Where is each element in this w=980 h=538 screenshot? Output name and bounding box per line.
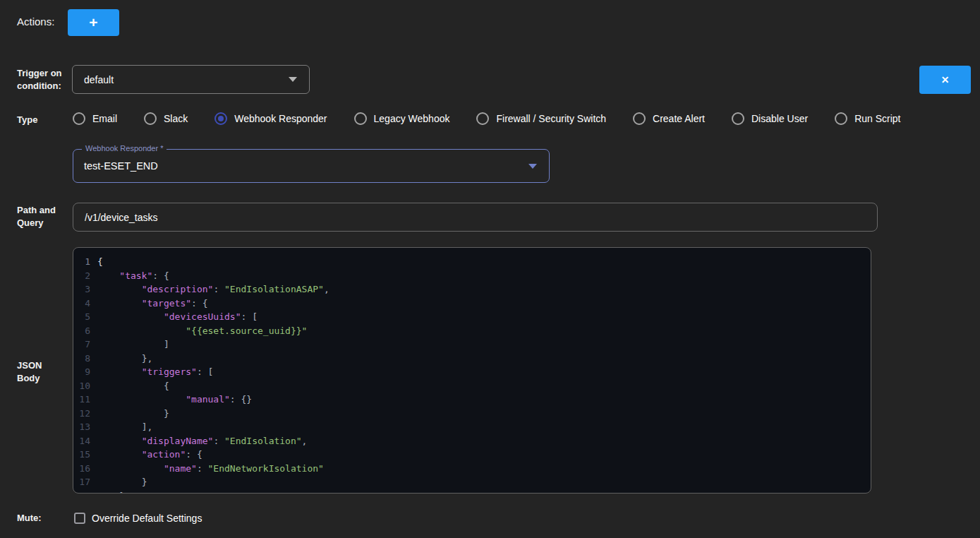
radio-label: Run Script [854, 113, 900, 124]
type-options: EmailSlackWebhook ResponderLegacy Webhoo… [73, 108, 901, 129]
override-default-settings-checkbox[interactable] [74, 513, 85, 524]
radio-icon [835, 112, 847, 125]
path-query-label: Path and Query [17, 204, 56, 229]
code-line: 15 "action": { [73, 448, 871, 462]
radio-label: Create Alert [653, 113, 705, 124]
radio-icon [144, 112, 157, 125]
radio-label: Legacy Webhook [374, 113, 450, 124]
type-option-create-alert[interactable]: Create Alert [633, 112, 705, 125]
code-line: 9 "triggers": [ [73, 365, 871, 379]
radio-label: Slack [164, 113, 188, 124]
plus-icon: + [89, 14, 97, 31]
add-action-button[interactable]: + [68, 9, 119, 36]
webhook-responder-value: test-ESET_END [73, 160, 528, 172]
code-line: 5 "devicesUuids": [ [73, 310, 871, 324]
webhook-responder-select[interactable]: Webhook Responder * test-ESET_END [73, 149, 550, 183]
radio-icon [633, 112, 646, 125]
code-line: 8 }, [73, 352, 871, 366]
type-option-run-script[interactable]: Run Script [835, 112, 900, 125]
json-body-label: JSON Body [17, 359, 42, 385]
trigger-condition-label: Trigger on condition: [17, 67, 62, 92]
trigger-condition-value: default [73, 74, 289, 85]
code-line: 13 ], [73, 420, 871, 434]
type-label: Type [17, 114, 37, 126]
chevron-down-icon [289, 77, 297, 82]
radio-icon [732, 112, 744, 125]
radio-label: Email [92, 113, 117, 124]
type-option-email[interactable]: Email [73, 112, 117, 125]
radio-label: Firewall / Security Switch [496, 113, 606, 124]
type-option-legacy-webhook[interactable]: Legacy Webhook [354, 112, 450, 125]
close-icon: ✕ [941, 74, 950, 85]
type-option-disable-user[interactable]: Disable User [732, 112, 808, 125]
code-line: 6 "{{eset.source_uuid}}" [73, 324, 871, 338]
code-line: 11 "manual": {} [73, 393, 871, 407]
trigger-condition-select[interactable]: default [72, 65, 310, 94]
mute-label: Mute: [17, 512, 42, 525]
radio-icon [73, 112, 85, 125]
code-line: 17 } [73, 475, 871, 489]
json-editor-lines: 1{2 "task": {3 "description": "EndIsolat… [73, 255, 871, 494]
code-line: 3 "description": "EndIsolationASAP", [73, 282, 871, 297]
code-line: 7 ] [73, 337, 871, 352]
actions-label: Actions: [17, 16, 54, 28]
action-config-panel: Actions: + Trigger on condition: default… [0, 0, 980, 538]
code-line: 16 "name": "EndNetworkIsolation" [73, 462, 871, 476]
code-line: 10 { [73, 379, 871, 393]
code-line: 14 "displayName": "EndIsolation", [73, 434, 871, 448]
path-query-input[interactable] [73, 203, 878, 232]
radio-icon [354, 112, 367, 125]
webhook-responder-float-label: Webhook Responder * [82, 144, 167, 153]
override-default-settings-label[interactable]: Override Default Settings [92, 513, 202, 524]
code-line: 12 } [73, 407, 871, 421]
radio-icon [476, 112, 489, 125]
code-line: 2 "task": { [73, 269, 871, 283]
code-line: 18 } [73, 489, 871, 494]
code-line: 1{ [73, 255, 871, 269]
remove-action-button[interactable]: ✕ [919, 66, 971, 94]
radio-label: Disable User [751, 113, 808, 124]
type-option-slack[interactable]: Slack [144, 112, 188, 125]
code-line: 4 "targets": { [73, 297, 871, 311]
radio-icon [214, 112, 227, 125]
type-option-webhook-responder[interactable]: Webhook Responder [214, 112, 327, 125]
json-body-editor[interactable]: 1{2 "task": {3 "description": "EndIsolat… [73, 247, 871, 494]
chevron-down-icon [528, 164, 537, 169]
radio-label: Webhook Responder [234, 113, 327, 124]
type-option-firewall-security-switch[interactable]: Firewall / Security Switch [476, 112, 606, 125]
